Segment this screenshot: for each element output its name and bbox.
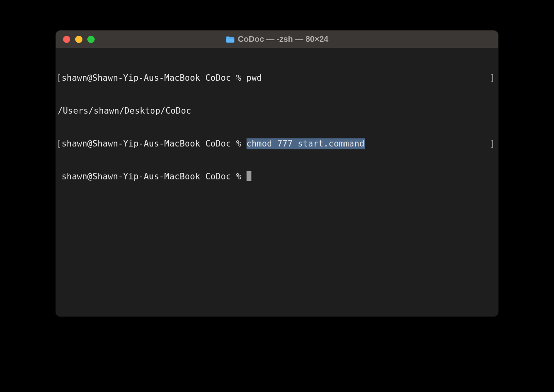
title-bar: CoDoc — -zsh — 80×24 bbox=[56, 30, 498, 48]
command-text-highlighted: chmod 777 start.command bbox=[247, 138, 365, 149]
terminal-line: [shawn@Shawn-Yip-Aus-MacBook CoDoc % chm… bbox=[56, 138, 498, 149]
terminal-window: CoDoc — -zsh — 80×24 [shawn@Shawn-Yip-Au… bbox=[56, 30, 498, 317]
title-content: CoDoc — -zsh — 80×24 bbox=[56, 34, 498, 44]
bracket-left: [ bbox=[56, 138, 62, 149]
bracket-right: ] bbox=[490, 138, 495, 149]
terminal-line: /Users/shawn/Desktop/CoDoc bbox=[56, 106, 498, 116]
traffic-lights bbox=[56, 36, 95, 43]
cursor bbox=[247, 171, 251, 181]
bracket-right: ] bbox=[490, 73, 495, 84]
command-text: pwd bbox=[247, 73, 262, 84]
terminal-line: shawn@Shawn-Yip-Aus-MacBook CoDoc % bbox=[56, 171, 498, 182]
folder-icon bbox=[226, 36, 235, 43]
bracket-left: [ bbox=[56, 73, 62, 84]
command-output: /Users/shawn/Desktop/CoDoc bbox=[56, 106, 191, 116]
shell-prompt: shawn@Shawn-Yip-Aus-MacBook CoDoc % bbox=[62, 171, 247, 182]
terminal-body[interactable]: [shawn@Shawn-Yip-Aus-MacBook CoDoc % pwd… bbox=[56, 48, 498, 317]
minimize-button[interactable] bbox=[75, 36, 82, 43]
shell-prompt: shawn@Shawn-Yip-Aus-MacBook CoDoc % bbox=[62, 138, 247, 149]
terminal-line: [shawn@Shawn-Yip-Aus-MacBook CoDoc % pwd… bbox=[56, 73, 498, 84]
maximize-button[interactable] bbox=[87, 36, 95, 43]
shell-prompt: shawn@Shawn-Yip-Aus-MacBook CoDoc % bbox=[62, 73, 247, 84]
window-title: CoDoc — -zsh — 80×24 bbox=[238, 34, 329, 44]
close-button[interactable] bbox=[63, 36, 70, 43]
space bbox=[56, 171, 62, 182]
